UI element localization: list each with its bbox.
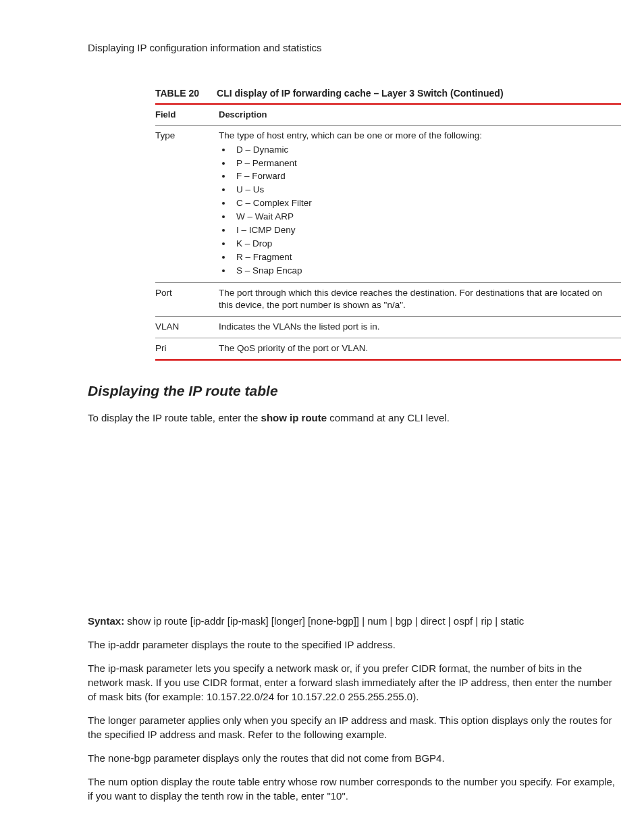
list-item: F – Forward: [232, 170, 616, 183]
para-num: The num option display the route table e…: [88, 775, 620, 803]
p-keyword: none-bgp: [108, 752, 151, 764]
col-desc: Description: [219, 104, 621, 126]
p-text: The: [88, 639, 108, 650]
table-20: TABLE 20 CLI display of IP forwarding ca…: [155, 87, 620, 361]
list-item: P – Permanent: [232, 157, 616, 170]
section-intro: To display the IP route table, enter the…: [88, 411, 620, 425]
p-text: parameter applies only when you specify …: [88, 714, 612, 740]
p-text: The: [88, 776, 108, 787]
table-row: Type The type of host entry, which can b…: [155, 125, 621, 282]
page: Displaying IP configuration information …: [0, 0, 644, 834]
p-var: num: [108, 776, 128, 787]
p-text: The: [88, 662, 108, 674]
page-header: Displaying IP configuration information …: [88, 41, 620, 55]
para-nonebgp: The none-bgp parameter displays only the…: [88, 751, 620, 765]
list-item: S – Snap Encap: [232, 265, 616, 278]
syntax-ospf: ospf: [454, 615, 473, 627]
para-ipaddr: The ip-addr parameter displays the route…: [88, 637, 620, 652]
p-text: The: [88, 752, 108, 764]
syntax-static: static: [500, 615, 524, 627]
p-text: parameter displays the route to the spec…: [140, 639, 396, 650]
para-ipmask: The ip-mask parameter lets you specify a…: [88, 661, 620, 704]
p-keyword: longer: [108, 714, 136, 726]
p-text: option display the route table entry who…: [88, 776, 615, 802]
syntax-text: |: [412, 615, 421, 627]
syntax-text: |: [492, 615, 500, 627]
p-var: ip-addr: [108, 639, 140, 650]
syntax-text: |: [387, 615, 395, 627]
syntax-cmd: show ip route: [127, 615, 187, 627]
desc-port: The port through which this device reach…: [219, 282, 621, 317]
list-item: W – Wait ARP: [232, 211, 616, 224]
list-item: U – Us: [232, 184, 616, 197]
list-item: K – Drop: [232, 238, 616, 251]
table-row: Port The port through which this device …: [155, 282, 621, 317]
syntax-text: [: [269, 615, 274, 627]
syntax-text: |: [473, 615, 481, 627]
p-text: The: [88, 714, 108, 726]
col-field: Field: [155, 104, 219, 126]
table-row: Pri The QoS priority of the port or VLAN…: [155, 338, 621, 360]
list-item: R – Fragment: [232, 251, 616, 264]
list-item: C – Complex Filter: [232, 197, 616, 210]
table-title: CLI display of IP forwarding cache – Lay…: [217, 87, 503, 101]
desc-pri: The QoS priority of the port or VLAN.: [219, 338, 621, 360]
syntax-rip: rip: [481, 615, 492, 627]
syntax-num: num: [367, 615, 387, 627]
para-longer: The longer parameter applies only when y…: [88, 713, 620, 741]
intro-cmd: show ip route: [261, 412, 327, 423]
table-caption: TABLE 20 CLI display of IP forwarding ca…: [155, 87, 620, 101]
syntax-ipmask: ip-mask: [230, 615, 266, 627]
p-var: ip-mask: [108, 662, 144, 674]
cli-table: Field Description Type The type of host …: [155, 103, 621, 361]
syntax-direct: direct: [421, 615, 446, 627]
syntax-text: |: [446, 615, 454, 627]
table-row: VLAN Indicates the VLANs the listed port…: [155, 317, 621, 338]
list-item: I – ICMP Deny: [232, 224, 616, 237]
syntax-nonebgp: none-bgp: [311, 615, 353, 627]
syntax-text: [: [225, 615, 230, 627]
p-text: parameter displays only the routes that …: [151, 752, 444, 764]
syntax-bgp: bgp: [396, 615, 412, 627]
field-pri: Pri: [155, 338, 219, 360]
field-type: Type: [155, 125, 219, 282]
syntax-label: Syntax:: [88, 615, 127, 627]
intro-post: command at any CLI level.: [327, 412, 450, 423]
list-item: D – Dynamic: [232, 144, 616, 157]
syntax-ipaddr: ip-addr: [193, 615, 225, 627]
syntax-text: ]] |: [354, 615, 368, 627]
field-port: Port: [155, 282, 219, 317]
syntax-longer: longer: [274, 615, 302, 627]
p-text: parameter lets you specify a network mas…: [88, 662, 612, 702]
type-intro: The type of host entry, which can be one…: [219, 130, 482, 140]
syntax-line: Syntax: show ip route [ip-addr [ip-mask]…: [88, 614, 620, 628]
syntax-text: [: [305, 615, 311, 627]
intro-pre: To display the IP route table, enter the: [88, 412, 261, 423]
syntax-text: [: [188, 615, 193, 627]
desc-type: The type of host entry, which can be one…: [219, 125, 621, 282]
type-bullets: D – Dynamic P – Permanent F – Forward U …: [219, 144, 616, 278]
table-number: TABLE 20: [155, 87, 199, 101]
desc-vlan: Indicates the VLANs the listed port is i…: [219, 317, 621, 338]
section-title: Displaying the IP route table: [88, 381, 620, 400]
field-vlan: VLAN: [155, 317, 219, 338]
